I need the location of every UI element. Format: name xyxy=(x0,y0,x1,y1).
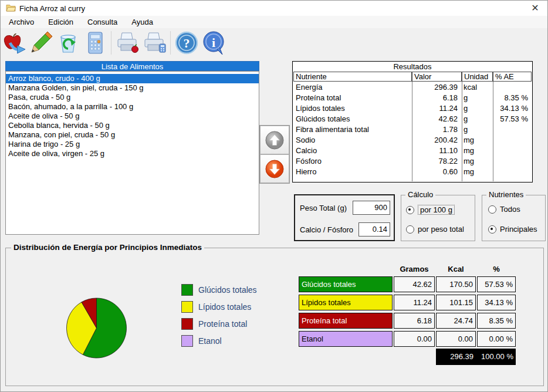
add-food-button[interactable] xyxy=(1,29,28,56)
nutrient-pae: 8.35 % xyxy=(493,93,528,103)
list-item[interactable]: Aceite de oliva, virgen - 25 g xyxy=(6,149,259,158)
result-row: Hierro0.60mg xyxy=(293,167,532,177)
edit-food-button[interactable] xyxy=(28,29,55,56)
radio-icon[interactable] xyxy=(406,206,414,214)
nutrient-name: Calcio xyxy=(296,146,408,156)
print-calculation-button[interactable] xyxy=(141,29,168,56)
nutrientes-group-title: Nutrientes xyxy=(486,191,526,199)
printer-calculator-icon xyxy=(141,31,167,55)
nutrient-name: Fibra alimentaria total xyxy=(296,124,408,135)
result-row: Glúcidos totales42.62g57.53 % xyxy=(293,114,532,124)
clear-list-button[interactable] xyxy=(55,29,82,56)
dist-total-pct: 100.00 % xyxy=(477,349,516,365)
dist-col-pct: % xyxy=(477,265,516,274)
move-down-button[interactable] xyxy=(260,154,289,183)
apple-arrow-icon xyxy=(1,31,27,55)
legend-swatch-etanol xyxy=(181,335,193,347)
nutrient-value: 0.60 xyxy=(411,167,458,177)
nutrient-name: Fósforo xyxy=(296,156,408,167)
toolbar-separator xyxy=(170,31,171,55)
close-icon[interactable]: ✕ xyxy=(529,2,542,14)
radio-icon[interactable] xyxy=(488,225,496,234)
calculo-group: Cálculo por 100 g por peso total xyxy=(401,195,475,241)
dist-col-gramos: Gramos xyxy=(394,265,435,274)
dist-row-label: Lípidos totales xyxy=(299,295,393,310)
result-row: Energía296.39kcal xyxy=(293,82,532,93)
nutrient-name: Lípidos totales xyxy=(296,103,408,114)
column-header-valor: Valor xyxy=(412,72,462,82)
list-item[interactable]: Arroz blanco, crudo - 400 g xyxy=(6,74,259,83)
result-row: Fósforo78.22mg xyxy=(293,156,532,167)
menu-bar: Archivo Edición Consulta Ayuda xyxy=(1,16,547,28)
pencil-icon xyxy=(29,31,53,55)
help-button[interactable]: ? xyxy=(173,29,200,56)
print-food-button[interactable] xyxy=(114,29,141,56)
list-item[interactable]: Cebolla blanca, hervida - 50 g xyxy=(6,121,259,130)
menu-consulta[interactable]: Consulta xyxy=(82,16,123,28)
calculate-button[interactable] xyxy=(82,29,109,56)
result-row: Proteína total6.18g8.35 % xyxy=(293,93,532,103)
calcio-fosforo-field[interactable]: 0.14 xyxy=(358,222,390,236)
radio-icon[interactable] xyxy=(488,205,496,214)
peso-total-label: Peso Total (g) xyxy=(300,204,347,212)
help-icon: ? xyxy=(174,31,199,55)
nutrient-unit: g xyxy=(464,103,492,114)
results-panel: Resultados Nutriente Valor Unidad % AE E… xyxy=(292,61,533,183)
dist-cell-kcal: 24.74 xyxy=(436,313,476,329)
info-button[interactable]: i xyxy=(200,29,227,56)
nutrient-unit: kcal xyxy=(464,82,492,93)
radio-por-100g[interactable]: por 100 g xyxy=(406,205,455,215)
svg-text:i: i xyxy=(212,35,215,50)
legend-swatch-glucidos xyxy=(181,284,193,296)
dist-cell-gramos: 11.24 xyxy=(394,295,435,310)
move-up-button[interactable] xyxy=(260,126,289,154)
peso-total-field[interactable]: 900 xyxy=(353,201,390,215)
list-item[interactable]: Manzana Golden, sin piel, cruda - 150 g xyxy=(6,83,259,93)
dist-row-label: Etanol xyxy=(299,331,393,347)
dist-cell-kcal: 101.15 xyxy=(436,295,476,310)
dist-row-label: Proteína total xyxy=(299,313,393,329)
legend-label: Glúcidos totales xyxy=(198,285,257,295)
folder-icon xyxy=(6,4,16,15)
legend-label: Lípidos totales xyxy=(198,302,251,312)
food-list: Arroz blanco, crudo - 400 g Manzana Gold… xyxy=(5,71,259,235)
legend-item: Etanol xyxy=(181,335,222,347)
menu-archivo[interactable]: Archivo xyxy=(3,16,40,28)
radio-label: por 100 g xyxy=(418,205,455,215)
nutrient-value: 11.10 xyxy=(411,146,458,156)
dist-col-kcal: Kcal xyxy=(436,265,476,274)
radio-por-peso-total[interactable]: por peso total xyxy=(406,225,464,234)
results-title: Resultados xyxy=(293,62,532,72)
menu-ayuda[interactable]: Ayuda xyxy=(126,16,159,28)
menu-edicion[interactable]: Edición xyxy=(42,16,79,28)
toolbar: ? i xyxy=(1,28,547,58)
legend-swatch-lipidos xyxy=(181,301,193,313)
list-item[interactable]: Manzana, con piel, cruda - 50 g xyxy=(6,130,259,140)
list-item[interactable]: Aceite de oliva - 50 g xyxy=(6,111,259,121)
nutrient-pae: 57.53 % xyxy=(493,114,528,124)
list-item[interactable]: Pasa, cruda - 50 g xyxy=(6,93,259,102)
legend-item: Proteína total xyxy=(181,318,247,330)
radio-principales[interactable]: Principales xyxy=(488,225,537,234)
food-list-header: Lista de Alimentos xyxy=(5,61,259,71)
radio-label: Principales xyxy=(500,225,537,234)
nutrient-pae: 34.13 % xyxy=(493,103,528,114)
nutrient-name: Hierro xyxy=(296,167,408,177)
calcio-fosforo-label: Calcio / Fósforo xyxy=(300,225,353,234)
list-item[interactable]: Bacón, ahumado, a la parrilla - 100 g xyxy=(6,102,259,111)
nutrient-unit: g xyxy=(464,114,492,124)
window-title: Ficha Arroz al curry xyxy=(19,4,85,13)
nutrient-unit: mg xyxy=(464,167,492,177)
result-row: Lípidos totales11.24g34.13 % xyxy=(293,103,532,114)
dist-total-row: 296.39 100.00 % xyxy=(436,349,516,365)
result-row: Fibra alimentaria total1.78g xyxy=(293,124,532,135)
dist-cell-gramos: 6.18 xyxy=(394,313,435,329)
radio-icon[interactable] xyxy=(406,225,414,234)
nutrient-value: 200.42 xyxy=(411,135,458,146)
nutrient-value: 6.18 xyxy=(411,93,458,103)
nutrient-name: Glúcidos totales xyxy=(296,114,408,124)
svg-text:?: ? xyxy=(184,36,190,50)
result-row: Calcio11.10mg xyxy=(293,146,532,156)
list-item[interactable]: Harina de trigo - 25 g xyxy=(6,140,259,149)
radio-todos[interactable]: Todos xyxy=(488,205,520,214)
